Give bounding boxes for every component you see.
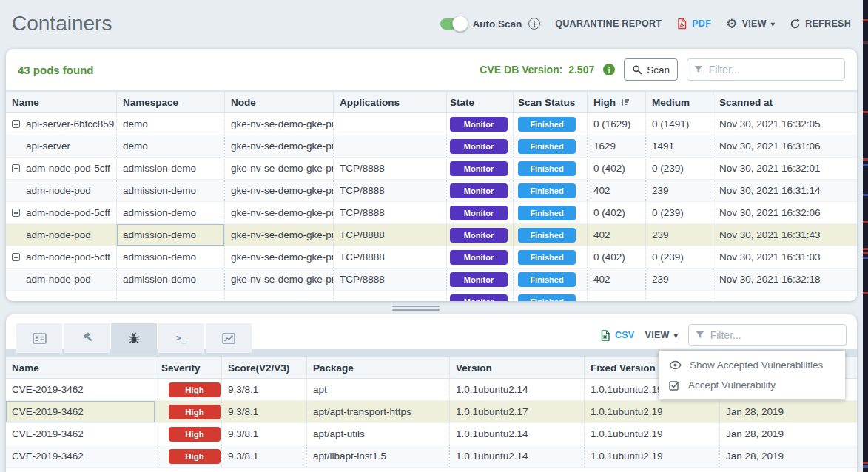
vuln-score-cell: 9.3/8.1: [222, 445, 307, 467]
tab-stats[interactable]: [206, 323, 252, 353]
csv-export-button[interactable]: CSV: [600, 330, 635, 341]
filter-icon: [696, 331, 704, 340]
column-header-severity[interactable]: Severity: [155, 357, 222, 378]
tab-container-info[interactable]: [16, 323, 62, 353]
caret-down-icon: ▾: [674, 331, 678, 340]
refresh-button[interactable]: REFRESH: [790, 18, 851, 30]
pod-state-cell: Monitor: [447, 224, 514, 246]
vuln-package-cell: apt/apt-transport-https: [307, 401, 450, 422]
sort-descending-icon: [620, 98, 630, 107]
pod-scanned-at-cell: Nov 30, 2021 16:31:43: [713, 224, 857, 246]
pod-row[interactable]: api-server demo gke-nv-se-demo-gke-pr Mo…: [6, 135, 857, 158]
severity-badge: High: [169, 405, 221, 419]
column-header-package[interactable]: Package: [307, 357, 450, 378]
scan-button[interactable]: Scan: [624, 58, 678, 81]
column-header-name[interactable]: Name: [6, 92, 117, 112]
scan-status-badge: Finished: [518, 228, 576, 243]
pod-name-cell: adm-node-pod: [6, 224, 117, 246]
pod-state-cell: Monitor: [447, 246, 514, 268]
column-header-score[interactable]: Score(V2/V3): [222, 357, 307, 378]
pod-row[interactable]: adm-node-pod-5cff admission-demo gke-nv-…: [6, 158, 857, 180]
tab-compliance[interactable]: [64, 323, 110, 353]
auto-scan-toggle[interactable]: [440, 18, 465, 30]
pod-state-cell: Monitor: [447, 135, 514, 157]
severity-badge: High: [169, 382, 221, 397]
pod-row[interactable]: adm-node-pod admission-demo gke-nv-se-de…: [6, 269, 857, 291]
column-header-version[interactable]: Version: [450, 357, 585, 378]
vuln-row[interactable]: CVE-2019-3462 High 9.3/8.1 apt/apt-utils…: [6, 423, 857, 445]
vuln-row[interactable]: CVE-2019-3462 High 9.3/8.1 apt/apt-trans…: [6, 401, 857, 423]
pod-row[interactable]: adm-node-pod-5cff admission-demo gke-nv-…: [6, 202, 857, 224]
vuln-filter-input[interactable]: [710, 329, 839, 341]
column-header-node[interactable]: Node: [225, 92, 334, 112]
collapse-toggle-icon[interactable]: [12, 120, 20, 128]
vuln-published-cell: Jan 28, 2019: [720, 423, 857, 445]
pod-node-cell: gke-nv-se-demo-gke-pr: [225, 180, 334, 201]
cve-db-info-icon[interactable]: i: [603, 64, 615, 75]
state-badge: Monitor: [450, 117, 508, 132]
vuln-package-cell: apt/libapt-inst1.5: [307, 445, 450, 467]
pod-scan-status-cell: Finished: [514, 180, 588, 201]
collapse-toggle-icon[interactable]: [12, 209, 20, 217]
pod-state-cell: Monitor: [447, 158, 514, 179]
column-header-state[interactable]: State: [447, 92, 514, 112]
column-header-scanned-at[interactable]: Scanned at: [713, 92, 857, 112]
vuln-toolbar-right: CSV VIEW ▾: [600, 324, 847, 346]
pod-node-cell: [225, 291, 334, 301]
menu-item-show-accepted-vulnerabilities[interactable]: Show Accepted Vulnerabilities: [659, 355, 845, 375]
vuln-severity-cell: High: [155, 423, 222, 445]
pod-scan-status-cell: Finished: [514, 246, 588, 268]
pod-row[interactable]: adm-node-pod admission-demo gke-nv-se-de…: [6, 180, 857, 202]
column-header-medium[interactable]: Medium: [646, 92, 713, 112]
vuln-severity-cell: High: [155, 401, 222, 422]
vuln-row[interactable]: CVE-2019-3462 High 9.3/8.1 apt/libapt-in…: [6, 445, 857, 468]
gavel-icon: [81, 332, 93, 345]
column-header-cve-name[interactable]: Name: [6, 357, 155, 378]
pod-row[interactable]: Monitor Finished: [6, 291, 857, 301]
pod-scan-status-cell: Finished: [514, 269, 588, 290]
tab-process[interactable]: >_: [158, 323, 204, 353]
pod-high-cell: 0 (402): [588, 202, 646, 223]
pod-name-cell: [6, 291, 117, 301]
vuln-score-cell: 9.3/8.1: [222, 401, 307, 422]
state-badge: Monitor: [450, 161, 508, 176]
pdf-button[interactable]: PDF: [676, 18, 711, 30]
page-scrollbar[interactable]: [863, 0, 868, 472]
column-header-scan-status[interactable]: Scan Status: [514, 92, 588, 112]
vuln-score-cell: 9.3/8.1: [222, 423, 307, 445]
terminal-icon: >_: [176, 333, 186, 343]
pod-row[interactable]: adm-node-pod admission-demo gke-nv-se-de…: [6, 224, 857, 246]
pod-row[interactable]: api-server-6bfcc859 demo gke-nv-se-demo-…: [6, 113, 857, 135]
pod-namespace-cell: admission-demo: [117, 158, 225, 179]
pod-row[interactable]: adm-node-pod-5cff admission-demo gke-nv-…: [6, 246, 857, 269]
csv-file-icon: [600, 330, 610, 341]
app-header: Containers Auto Scan i QUARANTINE REPORT…: [0, 0, 863, 47]
collapse-toggle-icon[interactable]: [12, 164, 20, 172]
pod-medium-cell: [646, 291, 713, 301]
info-icon[interactable]: i: [528, 18, 540, 30]
collapse-toggle-icon[interactable]: [12, 253, 20, 261]
pod-applications-cell: [334, 113, 447, 135]
pod-high-cell: 1629: [588, 135, 646, 157]
pod-namespace-cell: admission-demo: [117, 246, 225, 268]
pod-scanned-at-cell: [713, 291, 857, 301]
column-header-namespace[interactable]: Namespace: [117, 92, 225, 112]
pod-scan-status-cell: Finished: [514, 113, 588, 135]
pod-name-cell: adm-node-pod-5cff: [6, 158, 117, 179]
panel-resize-handle[interactable]: [392, 306, 440, 311]
header-view-menu-button[interactable]: ⚙ VIEW ▾: [726, 18, 775, 30]
pods-card: 43 pods found CVE DB Version: 2.507 i Sc…: [6, 49, 857, 301]
tab-vulnerabilities[interactable]: [111, 323, 157, 353]
quarantine-report-button[interactable]: QUARANTINE REPORT: [555, 18, 662, 29]
column-header-high[interactable]: High: [588, 92, 646, 112]
vuln-view-menu-button[interactable]: VIEW ▾: [645, 330, 678, 340]
menu-item-accept-vulnerability[interactable]: Accept Vulnerability: [659, 375, 845, 395]
vuln-name-cell: CVE-2019-3462: [6, 401, 155, 422]
auto-scan-label: Auto Scan: [472, 18, 522, 30]
pod-scan-status-cell: Finished: [514, 135, 588, 157]
column-header-applications[interactable]: Applications: [334, 92, 447, 112]
pod-node-cell: gke-nv-se-demo-gke-pr: [225, 224, 334, 246]
pods-filter-input[interactable]: [709, 64, 838, 75]
cve-db-version-label: CVE DB Version: 2.507: [480, 64, 594, 75]
vuln-name-cell: CVE-2019-3462: [6, 379, 155, 400]
